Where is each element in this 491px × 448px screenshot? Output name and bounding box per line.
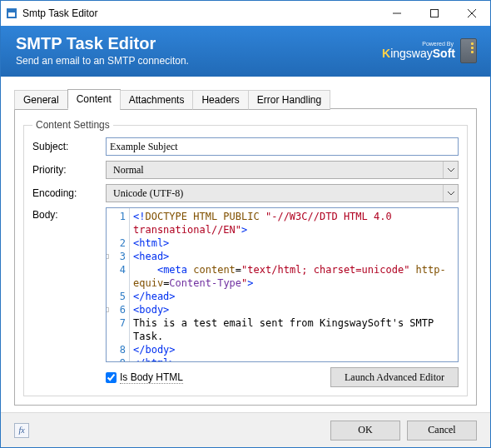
line-no: 8 (107, 343, 126, 356)
tab-panel: Content Settings Subject: Priority: Norm… (14, 108, 477, 406)
tab-error-handling[interactable]: Error Handling (248, 90, 330, 110)
expression-button[interactable]: fx (14, 423, 29, 438)
priority-value: Normal (110, 164, 144, 177)
cancel-button[interactable]: Cancel (407, 421, 477, 441)
line-gutter: 1 2 3 4 5 6 7 8 9 (107, 208, 130, 361)
banner: SMTP Task Editor Send an email to an SMT… (1, 26, 490, 77)
banner-title: SMTP Task Editor (16, 34, 382, 53)
priority-label: Priority: (32, 164, 106, 176)
window: Smtp Task Editor SMTP Task Editor Send a… (0, 0, 491, 448)
body-label: Body: (32, 207, 106, 362)
svg-rect-3 (430, 10, 438, 17)
content-settings-legend: Content Settings (32, 119, 113, 131)
close-icon (468, 9, 476, 17)
line-no: 5 (107, 290, 126, 303)
svg-rect-2 (8, 10, 15, 12)
is-body-html-checkbox[interactable]: Is Body HTML (106, 371, 183, 384)
tabstrip: General Content Attachments Headers Erro… (14, 88, 477, 108)
code-area[interactable]: <!DOCTYPE HTML PUBLIC "-//W3C//DTD HTML … (130, 208, 458, 361)
line-no: 9 (107, 356, 126, 362)
server-icon (460, 38, 477, 63)
window-title: Smtp Task Editor (22, 7, 378, 19)
tab-content[interactable]: Content (67, 89, 121, 109)
chevron-down-icon (443, 185, 458, 202)
chevron-down-icon (443, 162, 458, 178)
line-no: 7 (107, 316, 126, 330)
priority-select[interactable]: Normal (106, 161, 459, 179)
line-no: 6 (107, 303, 126, 316)
encoding-label: Encoding: (32, 187, 106, 199)
line-no: 2 (107, 236, 126, 250)
tab-attachments[interactable]: Attachments (120, 90, 194, 110)
caption-buttons (378, 1, 490, 26)
ok-button[interactable]: OK (330, 421, 400, 441)
is-body-html-input[interactable] (106, 372, 117, 383)
line-no: 3 (107, 250, 126, 263)
brand-logo: Powered By KingswaySoft (382, 41, 455, 60)
subject-input[interactable] (106, 137, 459, 156)
footer: fx OK Cancel (1, 412, 490, 447)
body-editor[interactable]: 1 2 3 4 5 6 7 8 9 (106, 207, 459, 362)
maximize-button[interactable] (415, 1, 453, 26)
line-no: 1 (107, 210, 126, 223)
maximize-icon (430, 9, 439, 17)
tab-headers[interactable]: Headers (192, 90, 248, 110)
minimize-button[interactable] (378, 1, 415, 26)
line-no: 4 (107, 263, 126, 276)
powered-by-label: Powered By (382, 41, 454, 47)
encoding-select[interactable]: Unicode (UTF-8) (106, 184, 459, 202)
content-settings-group: Content Settings Subject: Priority: Norm… (23, 119, 468, 396)
minimize-icon (393, 9, 401, 17)
client-area: General Content Attachments Headers Erro… (1, 77, 490, 412)
banner-subtitle: Send an email to an SMTP conneciton. (16, 55, 382, 67)
close-button[interactable] (453, 1, 490, 26)
is-body-html-label: Is Body HTML (120, 371, 183, 384)
tab-general[interactable]: General (14, 90, 68, 110)
subject-label: Subject: (32, 141, 106, 152)
title-bar: Smtp Task Editor (1, 1, 490, 26)
launch-advanced-editor-button[interactable]: Launch Advanced Editor (330, 367, 459, 387)
app-icon (1, 7, 22, 19)
encoding-value: Unicode (UTF-8) (110, 187, 183, 200)
